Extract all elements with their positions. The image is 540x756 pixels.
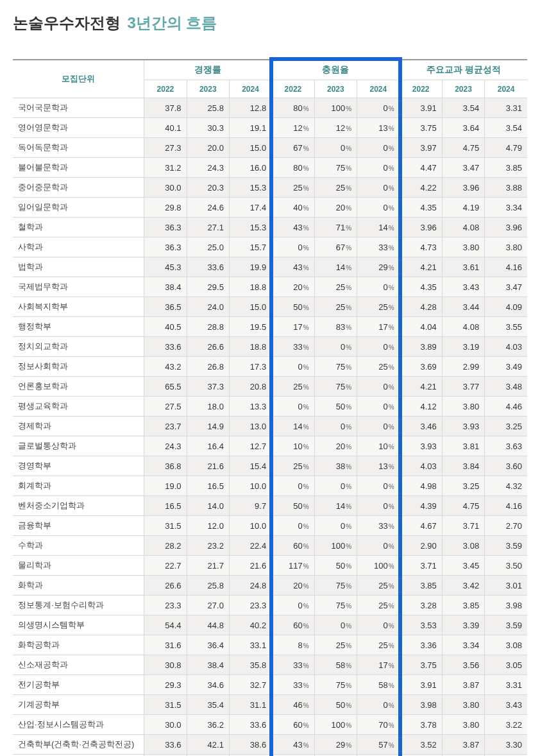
cell-competition: 26.6 [187,337,229,357]
table-body: 국어국문학과37.825.812.880%100%0%3.913.543.31영… [13,98,527,757]
cell-competition: 30.8 [144,655,187,675]
cell-competition: 16.5 [144,496,187,516]
cell-fillrate: 0% [272,237,314,257]
cell-competition: 36.2 [187,715,229,735]
cell-dept: 평생교육학과 [13,397,144,417]
cell-score: 3.59 [485,536,527,556]
cell-score: 3.34 [442,635,484,655]
cell-competition: 23.2 [187,536,229,556]
cell-competition: 12.0 [187,516,229,536]
cell-competition: 31.5 [144,695,187,715]
cell-dept: 중어중문학과 [13,178,144,198]
cell-fillrate: 50% [314,556,357,576]
cell-score: 3.25 [485,417,527,436]
cell-score: 3.50 [485,556,527,576]
cell-fillrate: 25% [314,277,357,297]
cell-competition: 18.8 [229,337,271,357]
header-fill-2023: 2023 [314,80,357,98]
cell-score: 4.67 [400,516,442,536]
cell-fillrate: 10% [357,436,400,456]
cell-score: 3.61 [442,257,484,277]
cell-fillrate: 0% [357,536,400,556]
cell-dept: 화학공학과 [13,635,144,655]
cell-fillrate: 40% [272,198,314,218]
cell-score: 3.98 [485,596,527,615]
header-score-2024: 2024 [485,80,527,98]
cell-fillrate: 43% [272,735,314,755]
cell-score: 4.16 [485,496,527,516]
cell-fillrate: 100% [314,536,357,556]
header-fill-2024: 2024 [357,80,400,98]
cell-score: 3.69 [400,357,442,377]
cell-competition: 29.5 [187,277,229,297]
cell-score: 3.31 [485,98,527,118]
cell-fillrate: 67% [314,237,357,257]
cell-fillrate: 0% [357,476,400,496]
cell-competition: 44.8 [187,615,229,635]
cell-fillrate: 13% [357,118,400,138]
cell-dept: 경제학과 [13,417,144,436]
cell-competition: 37.8 [144,98,187,118]
cell-score: 3.71 [442,516,484,536]
cell-competition: 31.1 [229,695,271,715]
cell-dept: 경영학부 [13,456,144,476]
header-comp-2023: 2023 [187,80,229,98]
cell-fillrate: 70% [357,715,400,735]
cell-competition: 30.0 [144,715,187,735]
cell-score: 3.25 [442,476,484,496]
cell-competition: 28.2 [144,536,187,556]
table-row: 법학과45.333.619.943%14%29%4.213.614.16 [13,257,527,277]
cell-competition: 37.3 [187,377,229,397]
cell-fillrate: 0% [357,277,400,297]
cell-dept: 수학과 [13,536,144,556]
cell-score: 3.08 [485,635,527,655]
table-row: 정보사회학과43.226.817.30%75%25%3.692.993.49 [13,357,527,377]
table-row: 언론홍보학과65.537.320.825%75%0%4.213.773.48 [13,377,527,397]
cell-competition: 12.7 [229,436,271,456]
cell-competition: 25.8 [187,576,229,596]
cell-competition: 15.0 [229,297,271,317]
cell-score: 3.80 [442,715,484,735]
cell-competition: 54.4 [144,615,187,635]
cell-score: 3.31 [485,675,527,695]
cell-score: 3.36 [400,635,442,655]
table-row: 기계공학부31.535.431.146%50%0%3.983.803.43 [13,695,527,715]
header-competition: 경쟁률 [144,60,272,80]
cell-score: 3.96 [485,218,527,237]
cell-competition: 18.0 [187,397,229,417]
cell-fillrate: 58% [314,655,357,675]
table-row: 국어국문학과37.825.812.880%100%0%3.913.543.31 [13,98,527,118]
cell-competition: 15.3 [229,218,271,237]
cell-competition: 25.8 [187,98,229,118]
cell-competition: 33.1 [229,635,271,655]
cell-fillrate: 25% [357,357,400,377]
cell-fillrate: 38% [314,456,357,476]
cell-competition: 14.0 [187,496,229,516]
cell-fillrate: 20% [314,436,357,456]
table-row: 일어일문학과29.824.617.440%20%0%4.354.193.34 [13,198,527,218]
cell-score: 3.22 [485,715,527,735]
cell-competition: 24.0 [187,297,229,317]
cell-competition: 25.0 [187,237,229,257]
cell-score: 3.39 [442,615,484,635]
cell-competition: 42.1 [187,735,229,755]
cell-score: 4.47 [400,158,442,178]
cell-fillrate: 100% [357,556,400,576]
cell-fillrate: 29% [314,735,357,755]
cell-dept: 산업·정보시스템공학과 [13,715,144,735]
cell-competition: 16.0 [229,158,271,178]
cell-score: 3.89 [400,337,442,357]
cell-fillrate: 0% [272,357,314,377]
cell-fillrate: 0% [314,516,357,536]
cell-fillrate: 25% [314,297,357,317]
cell-fillrate: 33% [357,237,400,257]
cell-dept: 정치외교학과 [13,337,144,357]
cell-competition: 33.6 [144,735,187,755]
cell-competition: 27.5 [144,397,187,417]
cell-fillrate: 20% [272,277,314,297]
cell-score: 4.21 [400,377,442,397]
cell-score: 3.91 [400,675,442,695]
cell-dept: 일어일문학과 [13,198,144,218]
cell-dept: 언론홍보학과 [13,377,144,397]
cell-competition: 19.1 [229,118,271,138]
